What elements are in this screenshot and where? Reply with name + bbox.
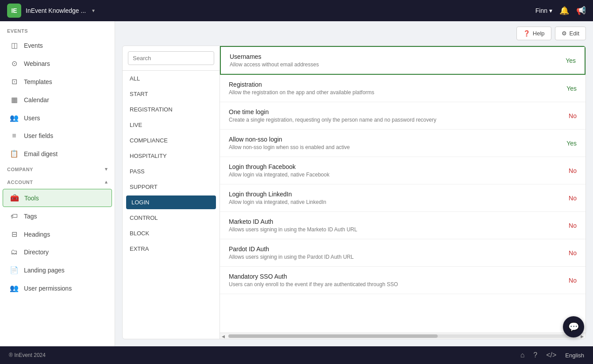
chat-icon: 💬 <box>568 322 579 332</box>
setting-title: Login through LinkedIn <box>229 191 563 198</box>
category-item-pass[interactable]: PASS <box>123 164 219 179</box>
setting-value: No <box>563 277 577 284</box>
app-title: InEvent Knowledge ... <box>26 7 86 14</box>
title-chevron-icon[interactable]: ▾ <box>92 8 95 14</box>
setting-desc: Allow login via integrated, native Linke… <box>229 199 563 205</box>
sidebar-item-headings[interactable]: ⊟ Headings <box>3 226 112 243</box>
settings-list: UsernamesAllow access without email addr… <box>220 46 585 333</box>
landing-pages-icon: 📄 <box>10 266 19 274</box>
webinars-icon: ⊙ <box>10 59 19 68</box>
category-item-control[interactable]: CONTROL <box>123 210 219 226</box>
setting-title: Allow non-sso login <box>229 136 563 143</box>
company-chevron-icon: ▾ <box>105 166 108 172</box>
notifications-icon[interactable]: 🔔 <box>559 6 569 15</box>
edit-icon: ⚙ <box>562 30 567 37</box>
sidebar-item-label: Events <box>24 42 43 49</box>
announcements-icon[interactable]: 📢 <box>576 6 586 15</box>
sidebar-item-user-fields[interactable]: ≡ User fields <box>3 127 112 144</box>
edit-button[interactable]: ⚙ Edit <box>555 27 586 40</box>
sidebar-item-users[interactable]: 👥 Users <box>3 109 112 126</box>
setting-desc: Users can only enroll to the event if th… <box>229 281 563 287</box>
setting-value: No <box>563 167 577 174</box>
setting-info: RegistrationAllow the registration on th… <box>229 81 563 96</box>
scroll-left-arrow[interactable]: ◂ <box>220 333 227 339</box>
bottom-bar-right: ⌂ ? </> English <box>520 351 584 359</box>
setting-row-marketo-id-auth[interactable]: Marketo ID AuthAllows users signing in u… <box>220 212 585 239</box>
sidebar-item-label: Directory <box>24 249 49 256</box>
user-permissions-icon: 👥 <box>10 284 19 292</box>
headings-icon: ⊟ <box>10 230 19 238</box>
setting-value: Yes <box>562 57 576 64</box>
category-item-extra[interactable]: EXTRA <box>123 241 219 257</box>
sidebar-item-tags[interactable]: 🏷 Tags <box>3 208 112 225</box>
category-item-live[interactable]: LIVE <box>123 117 219 133</box>
sidebar-item-webinars[interactable]: ⊙ Webinars <box>3 55 112 72</box>
category-item-hospitality[interactable]: HOSPITALITY <box>123 148 219 164</box>
sidebar-item-email-digest[interactable]: 📋 Email digest <box>3 145 112 162</box>
setting-value: Yes <box>563 140 577 147</box>
chat-button[interactable]: 💬 <box>563 316 584 337</box>
top-nav-right: Finn ▾ 🔔 📢 <box>535 6 586 15</box>
category-item-block[interactable]: BLOCK <box>123 226 219 241</box>
horizontal-scrollbar[interactable]: ◂ ▸ <box>220 333 585 339</box>
category-item-registration[interactable]: REGISTRATION <box>123 102 219 117</box>
sidebar-item-label: User permissions <box>24 285 72 292</box>
category-item-start[interactable]: START <box>123 86 219 102</box>
sidebar-item-directory[interactable]: 🗂 Directory <box>3 244 112 261</box>
account-chevron-icon: ▴ <box>105 179 108 185</box>
sidebar-item-calendar[interactable]: ▦ Calendar <box>3 91 112 108</box>
setting-row-mandatory-sso-auth[interactable]: Mandatory SSO AuthUsers can only enroll … <box>220 267 585 294</box>
setting-desc: Allow the registration on the app and ot… <box>229 89 563 96</box>
bottom-bar: ® InEvent 2024 ⌂ ? </> English <box>0 346 593 364</box>
setting-title: Mandatory SSO Auth <box>229 273 563 280</box>
setting-info: Login through FacebookAllow login via in… <box>229 163 563 178</box>
sidebar-item-label: User fields <box>24 132 53 139</box>
sidebar-item-tools[interactable]: 🧰 Tools <box>3 189 112 207</box>
setting-row-allow-non-sso-login[interactable]: Allow non-sso loginAllow non-sso login w… <box>220 130 585 157</box>
sidebar-item-landing-pages[interactable]: 📄 Landing pages <box>3 261 112 279</box>
sidebar-item-label: Calendar <box>24 96 49 103</box>
sidebar-item-label: Tags <box>24 213 37 220</box>
setting-row-login-linkedin[interactable]: Login through LinkedInAllow login via in… <box>220 184 585 212</box>
setting-info: Login through LinkedInAllow login via in… <box>229 191 563 205</box>
setting-value: No <box>563 112 577 119</box>
search-box <box>123 46 219 71</box>
setting-value: No <box>563 222 577 229</box>
category-item-all[interactable]: ALL <box>123 71 219 86</box>
setting-info: Marketo ID AuthAllows users signing in u… <box>229 218 563 233</box>
setting-title: Usernames <box>230 53 562 60</box>
setting-row-one-time-login[interactable]: One time loginCreate a single registrati… <box>220 102 585 130</box>
user-fields-icon: ≡ <box>10 132 19 140</box>
category-item-compliance[interactable]: COMPLIANCE <box>123 133 219 148</box>
tools-icon: 🧰 <box>10 194 19 202</box>
setting-desc: Allow access without email addresses <box>230 61 562 68</box>
sidebar-item-events[interactable]: ◫ Events <box>3 37 112 54</box>
setting-info: UsernamesAllow access without email addr… <box>230 53 562 68</box>
help-footer-icon[interactable]: ? <box>533 351 537 359</box>
account-section[interactable]: ACCOUNT ▴ <box>0 176 115 188</box>
category-item-login[interactable]: LOGIN <box>126 195 216 209</box>
help-button[interactable]: ❓ Help <box>516 27 551 40</box>
language-selector[interactable]: English <box>565 352 584 359</box>
sidebar-item-templates[interactable]: ⊡ Templates <box>3 73 112 90</box>
settings-list-panel: UsernamesAllow access without email addr… <box>220 46 585 339</box>
setting-row-login-facebook[interactable]: Login through FacebookAllow login via in… <box>220 157 585 184</box>
sidebar-item-user-permissions[interactable]: 👥 User permissions <box>3 280 112 297</box>
search-input[interactable] <box>128 51 214 65</box>
setting-title: One time login <box>229 108 563 115</box>
category-item-support[interactable]: SUPPORT <box>123 179 219 195</box>
setting-desc: Allows users signing in using the Pardot… <box>229 254 563 260</box>
setting-row-pardot-id-auth[interactable]: Pardot ID AuthAllows users signing in us… <box>220 239 585 267</box>
setting-row-usernames[interactable]: UsernamesAllow access without email addr… <box>220 46 585 75</box>
main-layout: EVENTS ◫ Events ⊙ Webinars ⊡ Templates ▦… <box>0 21 593 346</box>
code-icon[interactable]: </> <box>546 351 556 359</box>
setting-row-registration[interactable]: RegistrationAllow the registration on th… <box>220 75 585 102</box>
setting-info: Allow non-sso loginAllow non-sso login w… <box>229 136 563 150</box>
company-section[interactable]: COMPANY ▾ <box>0 163 115 176</box>
sidebar-item-label: Templates <box>24 78 52 85</box>
user-menu[interactable]: Finn ▾ <box>535 7 552 14</box>
scrollbar-track <box>228 334 577 338</box>
app-logo[interactable]: IE <box>7 4 21 18</box>
sidebar-item-label: Landing pages <box>24 267 65 274</box>
home-icon[interactable]: ⌂ <box>520 351 525 359</box>
